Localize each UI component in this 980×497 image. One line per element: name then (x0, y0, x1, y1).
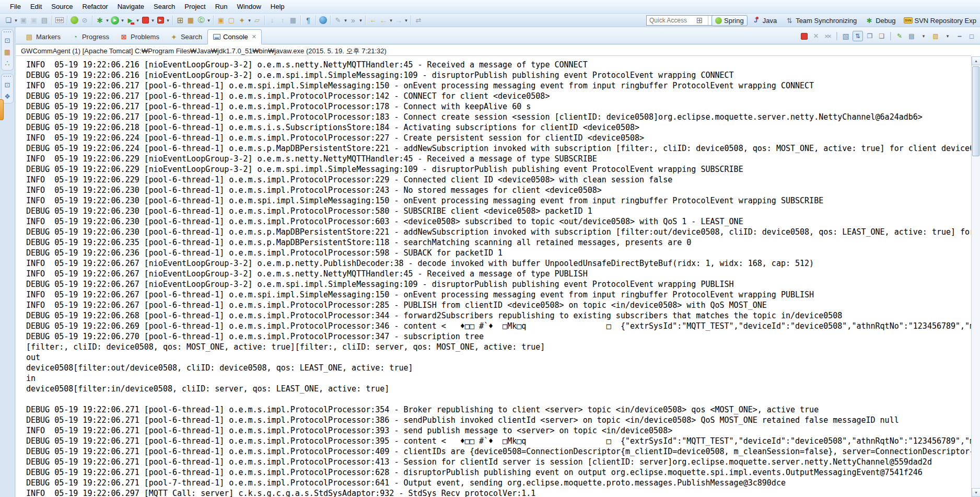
file-icon[interactable]: File (5, 1, 26, 12)
dropdown-icon[interactable] (14, 15, 18, 26)
tab-markers[interactable]: Markers (20, 30, 66, 44)
perspective-team-synchronizing[interactable]: Team Synchronizing (781, 15, 860, 26)
sep-icon[interactable] (890, 32, 891, 40)
perspective-debug[interactable]: Debug (861, 15, 899, 26)
run-icon[interactable] (111, 16, 119, 25)
pin-table-icon[interactable] (288, 15, 298, 26)
tab-close-icon[interactable] (252, 33, 256, 40)
show-tree-view-icon[interactable] (3, 59, 12, 68)
remove-launch-icon[interactable] (811, 31, 821, 41)
help-icon[interactable]: Help (266, 1, 289, 12)
log-line: DEBUG 05-19 19:22:06.224 [pool-6-thread-… (26, 143, 971, 154)
dropdown-icon[interactable] (166, 15, 170, 26)
vertical-scrollbar[interactable]: ▲ ▼ (971, 56, 980, 497)
restore-view-icon[interactable] (3, 36, 12, 45)
spring-boot-icon[interactable] (71, 16, 78, 24)
remove-all-launches-icon[interactable] (823, 31, 833, 41)
display-console-icon[interactable] (906, 31, 917, 41)
dropdown-icon[interactable] (247, 15, 252, 26)
pin-console-icon[interactable] (894, 31, 905, 41)
sep-icon[interactable] (836, 32, 837, 40)
tab-label: Progress (82, 33, 109, 41)
new-wizard-icon[interactable] (3, 15, 14, 26)
show-diagram-view-icon[interactable] (3, 91, 12, 101)
forward-icon[interactable] (393, 15, 404, 26)
external-browser-icon[interactable] (319, 16, 327, 24)
dropdown-icon[interactable] (942, 31, 953, 41)
perspective-svn-repository[interactable]: SVN Repository Exp (901, 15, 980, 26)
console-log[interactable]: INFO 05-19 19:22:06.216 [nioEventLoopGro… (16, 56, 971, 497)
back-icon[interactable] (378, 15, 389, 26)
tab-problems[interactable]: Problems (114, 30, 165, 44)
open-resource-icon[interactable] (226, 15, 237, 26)
show-stderr-icon[interactable] (877, 31, 887, 41)
breadcrumb-icon[interactable] (348, 15, 358, 26)
open-console-icon[interactable] (930, 31, 941, 41)
navigate-icon[interactable]: Navigate (113, 1, 149, 12)
new-package-icon[interactable] (185, 15, 196, 26)
show-stdout-icon[interactable] (865, 31, 875, 41)
dropdown-icon[interactable] (343, 15, 348, 26)
save-icon[interactable] (18, 15, 29, 26)
perspective-spring[interactable]: Spring (711, 15, 748, 26)
log-line: DEBUG 05-19 19:22:06.271 [pool-6-thread-… (26, 436, 971, 446)
new-class-icon[interactable] (196, 15, 206, 26)
skip-breakpoints-icon[interactable] (79, 15, 90, 26)
save-all-icon[interactable] (29, 15, 39, 26)
show-whitespace-icon[interactable] (303, 15, 313, 26)
tab-console[interactable]: Console (207, 29, 262, 44)
open-folder-icon[interactable] (252, 15, 262, 26)
project-icon[interactable]: Project (180, 1, 210, 12)
dropdown-icon[interactable] (120, 15, 125, 26)
log-line: INFO 05-19 19:22:06.229 [nioEventLoopGro… (26, 154, 971, 164)
scroll-lock-icon[interactable] (853, 31, 863, 41)
search-icon[interactable]: Search (149, 1, 180, 12)
dropdown-icon[interactable] (404, 15, 409, 26)
drag-handle[interactable] (4, 31, 11, 33)
mark-occurrences-icon[interactable] (333, 15, 343, 26)
open-type-icon[interactable] (216, 15, 226, 26)
open-perspective-icon[interactable] (694, 15, 705, 26)
restore-view-icon[interactable] (3, 80, 12, 89)
minimize-icon[interactable] (954, 31, 965, 41)
terminate-icon[interactable] (799, 31, 809, 41)
debug-icon[interactable] (95, 15, 105, 26)
run-icon[interactable]: Run (211, 1, 232, 12)
tab-search[interactable]: Search (165, 30, 207, 44)
edit-icon[interactable]: Edit (26, 1, 46, 12)
tab-progress[interactable]: Progress (66, 30, 114, 44)
maximize-icon[interactable] (966, 31, 977, 41)
relaunch-icon[interactable] (155, 15, 166, 26)
search-flashlight-icon[interactable] (237, 15, 247, 26)
clear-console-icon[interactable] (841, 31, 851, 41)
toolbar-separator (213, 16, 214, 25)
scroll-down-icon[interactable]: ▼ (972, 488, 980, 497)
refactor-icon[interactable]: Refactor (78, 1, 113, 12)
link-editor-icon[interactable] (413, 15, 424, 26)
dropdown-icon[interactable] (206, 15, 211, 26)
print-icon[interactable] (39, 15, 50, 26)
source-icon[interactable]: Source (46, 1, 77, 12)
coverage-icon[interactable] (125, 15, 135, 26)
prev-annotation-icon[interactable] (277, 15, 288, 26)
dropdown-icon[interactable] (135, 15, 140, 26)
last-edit-location-icon[interactable] (368, 15, 378, 26)
log-line (26, 394, 971, 404)
drag-handle[interactable] (4, 76, 11, 77)
dropdown-icon[interactable] (358, 15, 363, 26)
dropdown-icon[interactable] (150, 15, 155, 26)
window-icon[interactable]: Window (232, 1, 266, 12)
scrollbar-thumb[interactable] (972, 66, 979, 156)
scroll-up-icon[interactable]: ▲ (972, 56, 980, 65)
new-java-project-icon[interactable] (175, 15, 185, 26)
stop-icon[interactable] (140, 15, 150, 26)
minimized-view-tab[interactable] (0, 99, 4, 120)
perspective-label: Java (763, 17, 777, 25)
dropdown-icon[interactable] (389, 15, 393, 26)
next-annotation-icon[interactable] (267, 15, 277, 26)
show-grid-view-icon[interactable] (3, 47, 12, 56)
perspective-java[interactable]: Java (749, 15, 780, 26)
dropdown-icon[interactable] (918, 31, 929, 41)
binary-010-icon[interactable] (54, 15, 65, 26)
dropdown-icon[interactable] (105, 15, 110, 26)
